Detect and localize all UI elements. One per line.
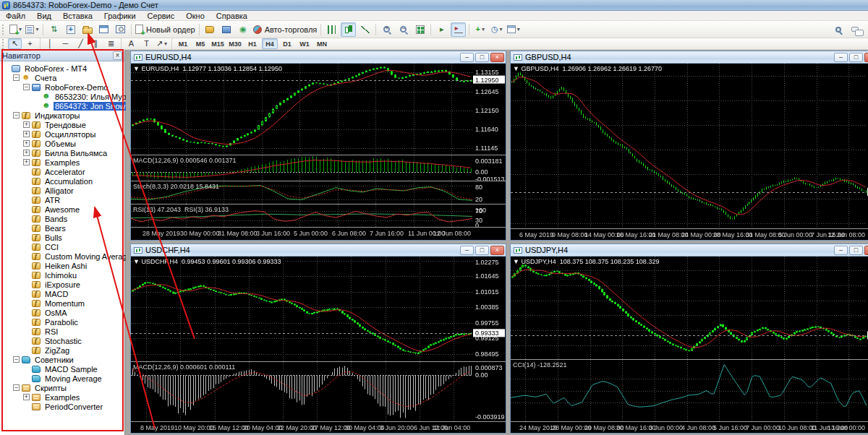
timeframe-MN[interactable]: MN xyxy=(314,38,330,49)
vertical-line-tool-button[interactable]: │ xyxy=(43,38,57,49)
new-chart-button[interactable] xyxy=(8,22,23,37)
tree-item-accumulation[interactable]: Accumulation xyxy=(0,176,124,186)
menu-item-Вставка[interactable]: Вставка xyxy=(57,11,98,21)
tree-item-счета[interactable]: −Счета xyxy=(0,73,124,82)
tree-item-скрипты[interactable]: −Скрипты xyxy=(0,383,124,392)
chart-window-titlebar[interactable]: USDJPY,H4 – □ × xyxy=(511,244,868,257)
toolbar-grip[interactable] xyxy=(2,39,4,49)
timeframe-M5[interactable]: M5 xyxy=(192,38,208,49)
tree-item-custom-moving-averages[interactable]: Custom Moving Averages xyxy=(0,251,124,261)
zoom-out-button[interactable] xyxy=(396,22,411,37)
indicators-button[interactable]: + xyxy=(472,22,488,37)
chart-window-titlebar[interactable]: GBPUSD,H4 – □ × xyxy=(511,51,868,64)
timeframe-M30[interactable]: M30 xyxy=(227,38,243,49)
auto-scroll-button[interactable]: ▸ xyxy=(434,22,449,37)
channel-tool-button[interactable]: ∥ xyxy=(89,38,103,49)
chart-canvas-usdchf[interactable] xyxy=(131,257,506,433)
tree-item-bears[interactable]: Bears xyxy=(0,223,124,233)
news-button[interactable]: ◉ xyxy=(236,22,251,37)
close-button[interactable]: × xyxy=(490,246,504,255)
timeframe-M1[interactable]: M1 xyxy=(175,38,191,49)
zoom-in-button[interactable] xyxy=(379,22,394,37)
tree-item-индикаторы[interactable]: −Индикаторы xyxy=(0,111,124,120)
terminal-button[interactable] xyxy=(96,22,111,37)
crosshair-tool-button[interactable]: + xyxy=(23,38,37,49)
tree-expander[interactable]: + xyxy=(23,394,30,400)
tree-item-moving-average[interactable]: Moving Average xyxy=(0,374,124,383)
menu-item-Окно[interactable]: Окно xyxy=(180,11,210,21)
tree-item-iexposure[interactable]: iExposure xyxy=(0,280,124,289)
tree-item-8654373-jon-snow[interactable]: 8654373: Jon Snow xyxy=(0,101,124,111)
periods-button[interactable]: ◷ xyxy=(489,22,504,37)
close-button[interactable]: × xyxy=(864,53,868,62)
tree-item-examples[interactable]: +Examples xyxy=(0,392,124,402)
chart-canvas-gbpusd[interactable] xyxy=(511,64,868,240)
new-order-button[interactable]: Новый ордер xyxy=(135,22,196,37)
tree-item-stochastic[interactable]: Stochastic xyxy=(0,336,124,345)
navigator-close-button[interactable]: × xyxy=(113,51,122,60)
profiles-button[interactable] xyxy=(25,22,40,37)
close-button[interactable]: × xyxy=(490,53,504,62)
timeframe-D1[interactable]: D1 xyxy=(279,38,295,49)
tree-item-momentum[interactable]: Momentum xyxy=(0,298,124,308)
tree-expander[interactable]: − xyxy=(13,356,20,363)
tree-expander[interactable]: − xyxy=(23,84,30,90)
timeframe-M15[interactable]: M15 xyxy=(210,38,226,49)
arrows-tool-button[interactable]: ↗ xyxy=(155,38,169,49)
restore-button[interactable]: □ xyxy=(475,53,489,62)
trendline-tool-button[interactable]: ╱ xyxy=(74,38,88,49)
tree-item-macd-sample[interactable]: MACD Sample xyxy=(0,364,124,374)
tree-item-macd[interactable]: MACD xyxy=(0,289,124,298)
menu-item-Графики[interactable]: Графики xyxy=(98,11,142,21)
tree-item-alligator[interactable]: Alligator xyxy=(0,186,124,195)
candlestick-chart-button[interactable] xyxy=(341,22,356,37)
tree-item-atr[interactable]: ATR xyxy=(0,195,124,204)
global-variables-button[interactable] xyxy=(219,22,234,37)
tree-expander[interactable]: − xyxy=(13,112,20,119)
minimize-button[interactable]: – xyxy=(460,246,474,255)
data-window-button[interactable] xyxy=(63,22,78,37)
templates-button[interactable] xyxy=(506,22,521,37)
tree-item-объемы[interactable]: +Объемы xyxy=(0,139,124,148)
minimize-button[interactable]: – xyxy=(834,246,848,255)
market-watch-button[interactable]: ⇅ xyxy=(46,22,61,37)
tree-item-осцилляторы[interactable]: +Осцилляторы xyxy=(0,129,124,139)
minimize-button[interactable]: – xyxy=(834,53,848,62)
label-tool-button[interactable]: T xyxy=(140,38,153,49)
strategy-tester-button[interactable] xyxy=(113,22,128,37)
horizontal-line-tool-button[interactable]: ─ xyxy=(59,38,72,49)
chart-window-titlebar[interactable]: USDCHF,H4 – □ × xyxy=(131,244,506,257)
timeframe-H1[interactable]: H1 xyxy=(244,38,260,49)
tree-item-билла-вильямса[interactable]: +Билла Вильямса xyxy=(0,148,124,158)
close-button[interactable]: × xyxy=(864,246,868,255)
bar-chart-button[interactable] xyxy=(324,22,339,37)
tree-item-roboforex-mt4[interactable]: RoboForex - MT4 xyxy=(0,64,124,73)
tree-item-bulls[interactable]: Bulls xyxy=(0,233,124,242)
chart-canvas-usdjpy[interactable] xyxy=(511,257,868,433)
tree-item-roboforex-demo[interactable]: −RoboForex-Demo xyxy=(0,82,124,92)
tree-expander[interactable]: − xyxy=(13,384,20,391)
navigator-button[interactable] xyxy=(80,22,95,37)
tree-item-heiken-ashi[interactable]: Heiken Ashi xyxy=(0,261,124,270)
tile-windows-button[interactable] xyxy=(412,22,427,37)
tree-expander[interactable]: + xyxy=(23,140,30,147)
tree-item-osma[interactable]: OsMA xyxy=(0,308,124,317)
tree-item-examples[interactable]: +Examples xyxy=(0,158,124,167)
menu-item-Справка[interactable]: Справка xyxy=(210,11,253,21)
tree-item-awesome[interactable]: Awesome xyxy=(0,204,124,214)
tree-item-periodconverter[interactable]: PeriodConverter xyxy=(0,402,124,411)
chart-canvas-eurusd[interactable] xyxy=(131,64,506,240)
menu-item-Сервис[interactable]: Сервис xyxy=(142,11,181,21)
chat-button[interactable] xyxy=(847,22,862,37)
line-chart-button[interactable] xyxy=(357,22,373,37)
tree-expander[interactable]: + xyxy=(23,159,30,165)
tree-expander[interactable]: + xyxy=(23,131,30,137)
autotrading-button[interactable]: Авто-торговля xyxy=(252,22,318,37)
menu-item-Вид[interactable]: Вид xyxy=(31,11,57,21)
tree-item-трендовые[interactable]: +Трендовые xyxy=(0,120,124,129)
tree-item-советники[interactable]: −Советники xyxy=(0,355,124,364)
chart-shift-button[interactable] xyxy=(451,22,466,37)
cursor-tool-button[interactable]: ↖ xyxy=(8,38,22,49)
restore-button[interactable]: □ xyxy=(849,53,863,62)
menu-item-Файл[interactable]: Файл xyxy=(0,11,31,21)
